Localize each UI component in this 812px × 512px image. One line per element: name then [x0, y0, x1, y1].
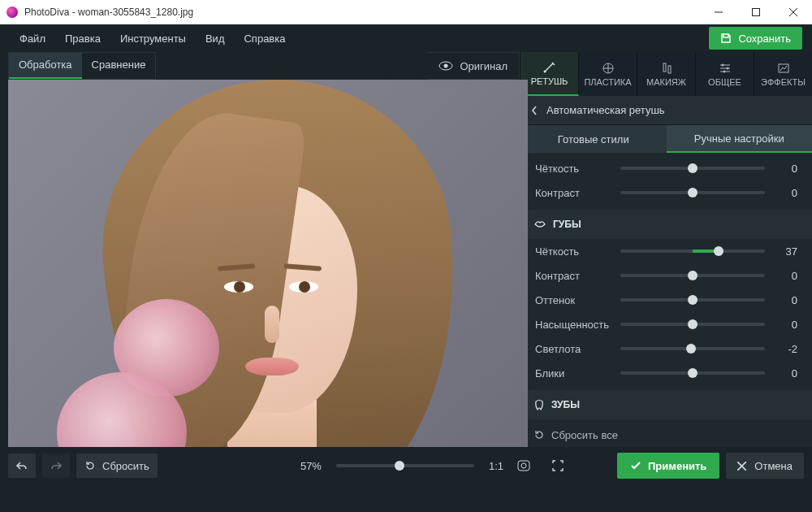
slider-track[interactable]: [620, 323, 765, 326]
slider-row: Чёткость37: [520, 239, 812, 263]
reset-icon: [533, 429, 545, 440]
svg-point-17: [723, 70, 725, 72]
slider-track[interactable]: [620, 347, 765, 350]
plastic-icon: [601, 62, 615, 75]
svg-point-20: [521, 463, 526, 468]
slider-value: 0: [776, 319, 797, 331]
menu-help[interactable]: Справка: [234, 28, 295, 50]
slider-value: 0: [776, 163, 797, 175]
tab-retouch[interactable]: РЕТУШЬ: [520, 52, 579, 96]
slider-track[interactable]: [620, 298, 765, 302]
slider-thumb[interactable]: [688, 319, 698, 329]
tab-makeup[interactable]: МАКИЯЖ: [637, 52, 696, 96]
reset-icon: [84, 460, 96, 471]
slider-row: Контраст0: [520, 180, 812, 205]
slider-thumb[interactable]: [688, 368, 698, 378]
zoom-percent: 57%: [300, 460, 322, 472]
slider-row: Чёткость0: [520, 156, 812, 180]
slider-thumb[interactable]: [688, 271, 698, 280]
maximize-button[interactable]: [737, 0, 775, 24]
subtabs: Готовые стили Ручные настройки: [520, 125, 812, 153]
subtab-manual[interactable]: Ручные настройки: [667, 125, 813, 153]
fit-icon: [517, 460, 530, 471]
sliders-icon: [718, 62, 732, 75]
slider-thumb[interactable]: [714, 246, 723, 256]
redo-icon: [50, 461, 63, 471]
slider-thumb[interactable]: [688, 163, 698, 173]
slider-thumb[interactable]: [688, 188, 698, 197]
slider-label: Насыщенность: [535, 319, 620, 331]
slider-track[interactable]: [620, 371, 765, 375]
svg-rect-11: [668, 66, 671, 73]
app-logo-icon: [6, 7, 18, 18]
slider-row: Оттенок0: [520, 288, 812, 312]
makeup-icon: [659, 62, 674, 75]
menu-tools[interactable]: Инструменты: [110, 28, 196, 50]
tool-tabs: РЕТУШЬ ПЛАСТИКА МАКИЯЖ ОБЩЕЕ ЭФФЕКТЫ: [520, 52, 812, 96]
slider-value: 0: [776, 367, 797, 380]
tab-general[interactable]: ОБЩЕЕ: [696, 52, 754, 96]
close-icon: [737, 462, 746, 471]
slider-value: 0: [776, 270, 797, 282]
reset-button[interactable]: Сбросить: [76, 453, 158, 478]
fullscreen-button[interactable]: [544, 453, 572, 478]
menu-edit[interactable]: Правка: [55, 28, 110, 50]
slider-track[interactable]: [620, 167, 765, 170]
slider-row: Светлота-2: [520, 336, 812, 361]
slider-row: Насыщенность0: [520, 312, 812, 336]
fullscreen-icon: [552, 460, 564, 471]
svg-point-6: [543, 70, 546, 72]
minimize-button[interactable]: [700, 0, 737, 24]
image-canvas[interactable]: [8, 80, 528, 447]
section-lips: ГУБЫ: [520, 210, 812, 239]
breadcrumb-label: Автоматическая ретушь: [546, 104, 665, 116]
svg-point-16: [726, 67, 728, 69]
tooth-icon: [533, 399, 545, 410]
subtab-ready-styles[interactable]: Готовые стили: [520, 125, 667, 153]
slider-track[interactable]: [620, 191, 765, 194]
menubar: Файл Правка Инструменты Вид Справка Сохр…: [0, 24, 812, 52]
back-button[interactable]: [530, 105, 538, 116]
slider-thumb[interactable]: [686, 344, 696, 354]
undo-icon: [15, 461, 28, 471]
zoom-slider[interactable]: [336, 464, 474, 467]
slider-thumb[interactable]: [688, 295, 698, 305]
undo-button[interactable]: [8, 453, 36, 478]
retouch-icon: [542, 61, 557, 74]
breadcrumb: Автоматическая ретушь: [520, 96, 812, 125]
cancel-button[interactable]: Отмена: [726, 453, 804, 479]
slider-label: Контраст: [535, 187, 620, 199]
reset-all-button[interactable]: Сбросить все: [520, 423, 812, 447]
tab-plastic[interactable]: ПЛАСТИКА: [579, 52, 637, 96]
svg-rect-10: [663, 63, 666, 72]
slider-label: Чёткость: [535, 245, 620, 258]
save-icon: [720, 33, 732, 44]
photo-preview: [8, 80, 528, 447]
redo-button[interactable]: [42, 453, 70, 478]
tab-effects[interactable]: ЭФФЕКТЫ: [754, 52, 812, 96]
svg-rect-1: [753, 9, 760, 16]
svg-point-15: [721, 63, 723, 66]
save-button[interactable]: Сохранить: [709, 27, 802, 50]
slider-value: -2: [776, 343, 797, 355]
effects-icon: [776, 62, 791, 75]
slider-row: Контраст0: [520, 263, 812, 288]
window-controls: [700, 0, 812, 24]
menu-view[interactable]: Вид: [196, 28, 235, 50]
lips-icon: [533, 219, 546, 229]
slider-label: Контраст: [535, 270, 620, 282]
fit-window-button[interactable]: [510, 453, 538, 478]
menu-file[interactable]: Файл: [10, 28, 55, 50]
sliders-scroll[interactable]: Чёткость0Контраст0ГУБЫЧёткость37Контраст…: [520, 153, 812, 423]
slider-label: Светлота: [535, 343, 620, 355]
zoom-ratio-button[interactable]: 1:1: [489, 460, 503, 472]
slider-row: Блики0: [520, 361, 812, 385]
slider-track[interactable]: [620, 274, 765, 277]
section-teeth: ЗУБЫ: [520, 390, 812, 419]
apply-button[interactable]: Применить: [617, 453, 719, 479]
svg-rect-19: [518, 461, 529, 471]
close-button[interactable]: [775, 0, 812, 24]
bottom-bar: Сбросить 57% 1:1 Применить Отмена: [0, 447, 812, 484]
slider-track[interactable]: [620, 249, 765, 253]
window-title: PhotoDiva - woman-3055843_1280.jpg: [24, 7, 193, 18]
